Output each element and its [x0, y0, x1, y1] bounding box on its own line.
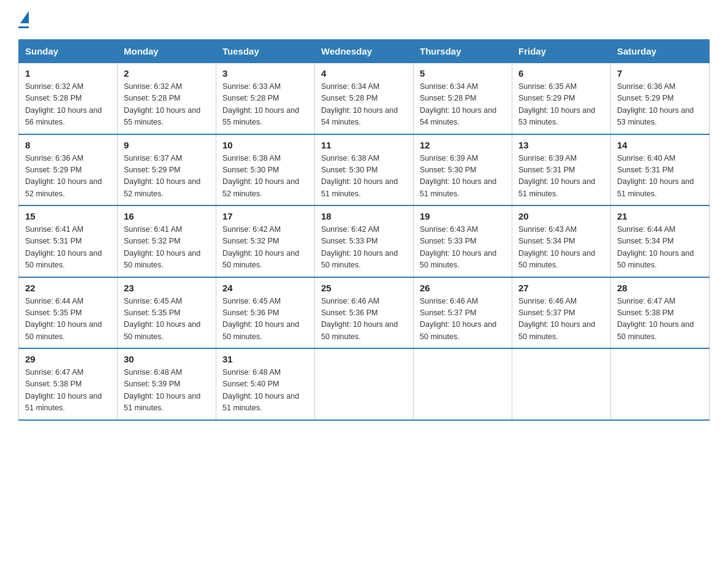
calendar-cell: 16Sunrise: 6:41 AMSunset: 5:32 PMDayligh…	[118, 205, 216, 277]
calendar-cell: 10Sunrise: 6:38 AMSunset: 5:30 PMDayligh…	[216, 134, 315, 206]
calendar-cell: 14Sunrise: 6:40 AMSunset: 5:31 PMDayligh…	[611, 134, 710, 206]
day-info: Sunrise: 6:46 AMSunset: 5:36 PMDaylight:…	[321, 296, 407, 343]
day-info: Sunrise: 6:44 AMSunset: 5:34 PMDaylight:…	[617, 224, 703, 272]
day-number: 16	[124, 211, 210, 221]
calendar-cell: 20Sunrise: 6:43 AMSunset: 5:34 PMDayligh…	[512, 205, 611, 277]
header-monday: Monday	[118, 40, 216, 63]
day-number: 31	[222, 354, 308, 364]
day-info: Sunrise: 6:41 AMSunset: 5:31 PMDaylight:…	[25, 224, 111, 272]
day-info: Sunrise: 6:36 AMSunset: 5:29 PMDaylight:…	[25, 153, 111, 201]
header-saturday: Saturday	[611, 40, 710, 63]
day-number: 26	[420, 283, 506, 293]
calendar-cell: 8Sunrise: 6:36 AMSunset: 5:29 PMDaylight…	[19, 134, 118, 206]
page-header	[18, 12, 710, 28]
day-number: 30	[124, 354, 210, 364]
calendar-cell: 7Sunrise: 6:36 AMSunset: 5:29 PMDaylight…	[611, 63, 710, 134]
logo	[18, 12, 29, 28]
day-info: Sunrise: 6:42 AMSunset: 5:32 PMDaylight:…	[222, 224, 308, 272]
day-info: Sunrise: 6:45 AMSunset: 5:36 PMDaylight:…	[222, 296, 308, 343]
day-info: Sunrise: 6:47 AMSunset: 5:38 PMDaylight:…	[25, 367, 111, 415]
day-info: Sunrise: 6:35 AMSunset: 5:29 PMDaylight:…	[518, 81, 604, 129]
header-sunday: Sunday	[19, 40, 118, 63]
calendar-cell: 17Sunrise: 6:42 AMSunset: 5:32 PMDayligh…	[216, 205, 315, 277]
day-number: 29	[25, 354, 111, 364]
week-row-5: 29Sunrise: 6:47 AMSunset: 5:38 PMDayligh…	[19, 348, 710, 420]
calendar-cell: 19Sunrise: 6:43 AMSunset: 5:33 PMDayligh…	[414, 205, 512, 277]
day-info: Sunrise: 6:38 AMSunset: 5:30 PMDaylight:…	[222, 153, 308, 201]
day-number: 18	[321, 211, 407, 221]
day-number: 6	[518, 68, 604, 79]
day-number: 12	[420, 140, 506, 150]
calendar-cell: 12Sunrise: 6:39 AMSunset: 5:30 PMDayligh…	[414, 134, 512, 206]
calendar-cell: 31Sunrise: 6:48 AMSunset: 5:40 PMDayligh…	[216, 348, 315, 420]
week-row-1: 1Sunrise: 6:32 AMSunset: 5:28 PMDaylight…	[19, 63, 710, 134]
calendar-cell: 11Sunrise: 6:38 AMSunset: 5:30 PMDayligh…	[315, 134, 414, 206]
day-info: Sunrise: 6:32 AMSunset: 5:28 PMDaylight:…	[124, 81, 210, 129]
day-number: 7	[617, 68, 703, 79]
day-info: Sunrise: 6:40 AMSunset: 5:31 PMDaylight:…	[617, 153, 703, 201]
calendar-cell: 18Sunrise: 6:42 AMSunset: 5:33 PMDayligh…	[315, 205, 414, 277]
calendar-cell: 24Sunrise: 6:45 AMSunset: 5:36 PMDayligh…	[216, 277, 315, 349]
day-info: Sunrise: 6:39 AMSunset: 5:31 PMDaylight:…	[518, 153, 604, 201]
day-info: Sunrise: 6:47 AMSunset: 5:38 PMDaylight:…	[617, 296, 703, 343]
logo-underline	[18, 26, 29, 28]
day-number: 15	[25, 211, 111, 221]
calendar-cell: 3Sunrise: 6:33 AMSunset: 5:28 PMDaylight…	[216, 63, 315, 134]
day-number: 21	[617, 211, 703, 221]
day-number: 27	[518, 283, 604, 293]
day-number: 13	[518, 140, 604, 150]
calendar-cell: 30Sunrise: 6:48 AMSunset: 5:39 PMDayligh…	[118, 348, 216, 420]
day-number: 14	[617, 140, 703, 150]
week-row-2: 8Sunrise: 6:36 AMSunset: 5:29 PMDaylight…	[19, 134, 710, 206]
calendar-cell	[315, 348, 414, 420]
calendar-cell: 13Sunrise: 6:39 AMSunset: 5:31 PMDayligh…	[512, 134, 611, 206]
logo-blue	[18, 12, 29, 25]
day-number: 4	[321, 68, 407, 79]
day-number: 20	[518, 211, 604, 221]
day-number: 23	[124, 283, 210, 293]
calendar-header-row: SundayMondayTuesdayWednesdayThursdayFrid…	[19, 40, 710, 63]
day-number: 9	[124, 140, 210, 150]
day-info: Sunrise: 6:43 AMSunset: 5:34 PMDaylight:…	[518, 224, 604, 272]
header-thursday: Thursday	[414, 40, 512, 63]
day-info: Sunrise: 6:48 AMSunset: 5:39 PMDaylight:…	[124, 367, 210, 415]
day-number: 22	[25, 283, 111, 293]
day-number: 28	[617, 283, 703, 293]
calendar-cell: 21Sunrise: 6:44 AMSunset: 5:34 PMDayligh…	[611, 205, 710, 277]
day-info: Sunrise: 6:42 AMSunset: 5:33 PMDaylight:…	[321, 224, 407, 272]
calendar-cell: 15Sunrise: 6:41 AMSunset: 5:31 PMDayligh…	[19, 205, 118, 277]
calendar-cell: 28Sunrise: 6:47 AMSunset: 5:38 PMDayligh…	[611, 277, 710, 349]
calendar-cell: 2Sunrise: 6:32 AMSunset: 5:28 PMDaylight…	[118, 63, 216, 134]
day-info: Sunrise: 6:34 AMSunset: 5:28 PMDaylight:…	[321, 81, 407, 129]
day-info: Sunrise: 6:36 AMSunset: 5:29 PMDaylight:…	[617, 81, 703, 129]
calendar-cell: 27Sunrise: 6:46 AMSunset: 5:37 PMDayligh…	[512, 277, 611, 349]
day-info: Sunrise: 6:48 AMSunset: 5:40 PMDaylight:…	[222, 367, 308, 415]
header-tuesday: Tuesday	[216, 40, 315, 63]
day-info: Sunrise: 6:44 AMSunset: 5:35 PMDaylight:…	[25, 296, 111, 343]
week-row-3: 15Sunrise: 6:41 AMSunset: 5:31 PMDayligh…	[19, 205, 710, 277]
day-number: 2	[124, 68, 210, 79]
day-number: 3	[222, 68, 308, 79]
day-info: Sunrise: 6:45 AMSunset: 5:35 PMDaylight:…	[124, 296, 210, 343]
day-info: Sunrise: 6:37 AMSunset: 5:29 PMDaylight:…	[124, 153, 210, 201]
calendar-cell: 23Sunrise: 6:45 AMSunset: 5:35 PMDayligh…	[118, 277, 216, 349]
day-info: Sunrise: 6:32 AMSunset: 5:28 PMDaylight:…	[25, 81, 111, 129]
day-number: 8	[25, 140, 111, 150]
day-info: Sunrise: 6:46 AMSunset: 5:37 PMDaylight:…	[420, 296, 506, 343]
day-number: 25	[321, 283, 407, 293]
day-info: Sunrise: 6:41 AMSunset: 5:32 PMDaylight:…	[124, 224, 210, 272]
day-number: 5	[420, 68, 506, 79]
calendar-cell: 9Sunrise: 6:37 AMSunset: 5:29 PMDaylight…	[118, 134, 216, 206]
calendar-cell: 22Sunrise: 6:44 AMSunset: 5:35 PMDayligh…	[19, 277, 118, 349]
day-number: 19	[420, 211, 506, 221]
calendar-cell: 6Sunrise: 6:35 AMSunset: 5:29 PMDaylight…	[512, 63, 611, 134]
calendar-cell: 1Sunrise: 6:32 AMSunset: 5:28 PMDaylight…	[19, 63, 118, 134]
week-row-4: 22Sunrise: 6:44 AMSunset: 5:35 PMDayligh…	[19, 277, 710, 349]
day-number: 1	[25, 68, 111, 79]
calendar-cell	[512, 348, 611, 420]
header-friday: Friday	[512, 40, 611, 63]
day-number: 17	[222, 211, 308, 221]
calendar-cell	[611, 348, 710, 420]
logo-triangle-icon	[20, 11, 29, 23]
calendar-cell: 29Sunrise: 6:47 AMSunset: 5:38 PMDayligh…	[19, 348, 118, 420]
